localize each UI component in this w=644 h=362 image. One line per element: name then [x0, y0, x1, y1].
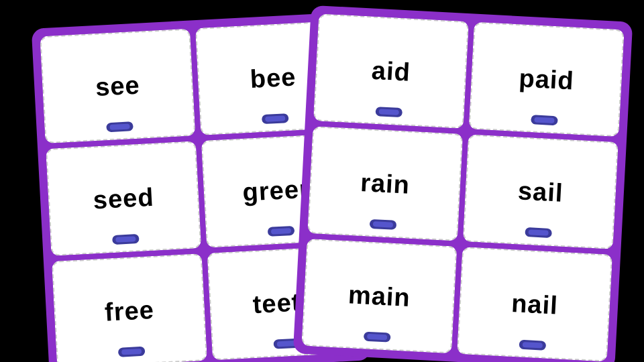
flashcard: see [40, 29, 195, 144]
card-logo [106, 121, 133, 132]
flashcard: seed [46, 141, 201, 256]
flashcard: nail [457, 247, 612, 362]
flashcard: paid [469, 22, 625, 137]
flashcard: free [52, 253, 207, 362]
card-logo [375, 107, 402, 117]
card-logo [370, 219, 397, 230]
card-logo [268, 226, 295, 237]
card-word: see [95, 70, 141, 101]
card-logo [262, 113, 289, 124]
card-logo [364, 332, 391, 343]
card-word: sail [517, 176, 564, 207]
card-logo [112, 234, 140, 245]
flashcard: sail [463, 134, 619, 249]
card-word: aid [371, 56, 411, 86]
card-word: seed [93, 182, 155, 215]
card-word: nail [511, 289, 559, 320]
card-logo [519, 340, 547, 351]
card-word: rain [360, 168, 411, 200]
right-sheet: aidpaidrainsailmainnail [293, 5, 633, 362]
card-logo [525, 227, 552, 238]
card-word: bee [250, 62, 297, 94]
flashcard: rain [307, 126, 463, 241]
card-logo [118, 347, 146, 357]
flashcard: aid [313, 13, 469, 129]
flashcard: main [301, 239, 457, 354]
card-logo [531, 115, 558, 125]
card-word: paid [519, 64, 575, 95]
card-word: free [104, 295, 155, 326]
card-word: main [347, 280, 411, 312]
